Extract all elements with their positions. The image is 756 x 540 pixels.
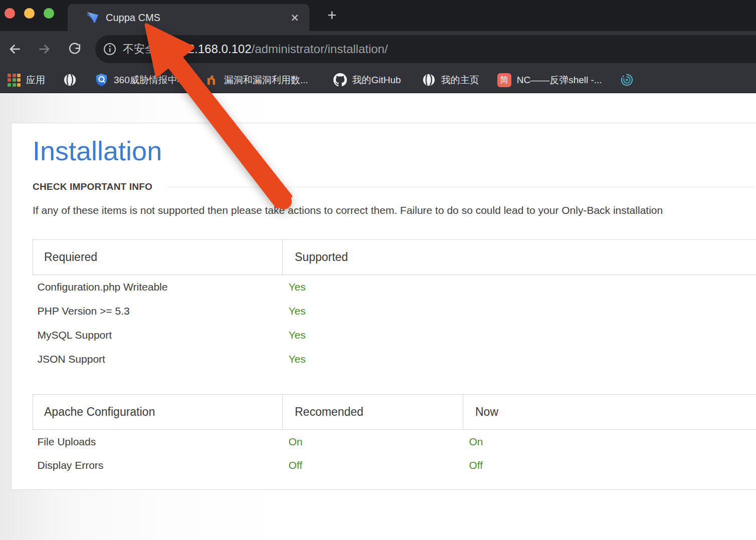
- config-now-value: Off: [463, 453, 756, 477]
- browser-toolbar: 不安全 192.168.0.102/administrator/installa…: [0, 31, 756, 67]
- config-now-value: On: [463, 429, 756, 453]
- config-recommended-value: On: [283, 429, 463, 453]
- bookmark-label: 我的GitHub: [352, 74, 401, 87]
- url-separator: [164, 42, 165, 57]
- installation-card: Installation CHECK IMPORTANT INFO If any…: [11, 123, 756, 490]
- reload-icon[interactable]: [66, 41, 83, 58]
- bookmark-label: 360威胁情报中心: [114, 74, 187, 87]
- bookmarks-bar: 应用 360威胁情报中心 漏洞和漏洞利用数... 我的GitHub: [0, 67, 756, 93]
- apps-grid-icon: [8, 74, 21, 87]
- bookmark-label: 应用: [26, 74, 45, 87]
- page-viewport: Installation CHECK IMPORTANT INFO If any…: [0, 94, 756, 540]
- tab-close-icon[interactable]: ✕: [288, 11, 301, 24]
- column-header-requiered: Requiered: [33, 240, 283, 275]
- url-text[interactable]: 192.168.0.102/administrator/installation…: [174, 42, 388, 56]
- github-icon: [333, 73, 347, 87]
- bookmark-nc-shell[interactable]: 简 NC——反弹shell -...: [497, 73, 602, 87]
- swirl-icon: [620, 73, 634, 87]
- table-row: PHP Version >= 5.3 Yes: [33, 299, 756, 323]
- table-row: Display Errors Off Off: [33, 453, 756, 477]
- intro-text: If any of these items is not supported t…: [33, 204, 756, 216]
- page-title: Installation: [33, 136, 756, 165]
- url-path: /administrator/installation/: [251, 42, 388, 56]
- table-row: Configuration.php Writeable Yes: [33, 275, 756, 299]
- window-controls: [5, 8, 54, 19]
- requirement-label: JSON Support: [33, 347, 283, 371]
- section-header: CHECK IMPORTANT INFO: [33, 181, 754, 192]
- bookmark-homepage[interactable]: 我的主页: [422, 73, 479, 87]
- security-status-label[interactable]: 不安全: [123, 42, 156, 57]
- back-icon[interactable]: [6, 41, 23, 58]
- info-icon[interactable]: [103, 43, 116, 56]
- requirement-value: Yes: [283, 275, 756, 299]
- section-title: CHECK IMPORTANT INFO: [33, 181, 152, 192]
- window-close-button[interactable]: [5, 8, 15, 19]
- requirement-value: Yes: [283, 299, 756, 323]
- table-header-row: Requiered Supported: [33, 240, 756, 275]
- table-header-row: Apache Configuration Recomended Now: [33, 394, 756, 429]
- column-header-recomended: Recomended: [283, 394, 463, 429]
- requirement-value: Yes: [283, 347, 756, 371]
- bookmark-swirl[interactable]: [620, 73, 634, 87]
- jianshu-icon: 简: [497, 73, 511, 87]
- url-host: 192.168.0.102: [174, 42, 251, 56]
- window-zoom-button[interactable]: [44, 8, 54, 19]
- section-divider: [167, 187, 754, 187]
- globe-icon: [63, 73, 77, 87]
- bookmark-label: 我的主页: [441, 74, 479, 87]
- bookmark-globe[interactable]: [63, 73, 77, 87]
- requirement-label: Configuration.php Writeable: [33, 275, 283, 299]
- column-header-supported: Supported: [283, 240, 756, 275]
- shield-icon: [95, 73, 108, 87]
- requirements-table: Requiered Supported Configuration.php Wr…: [33, 239, 756, 371]
- cuppa-cms-favicon: [86, 11, 99, 25]
- table-row: JSON Support Yes: [33, 347, 756, 371]
- bookmark-vulndb[interactable]: 漏洞和漏洞利用数...: [205, 73, 308, 87]
- bookmark-360-threat-intel[interactable]: 360威胁情报中心: [95, 73, 187, 87]
- vulndb-icon: [205, 73, 219, 87]
- bookmark-github[interactable]: 我的GitHub: [333, 73, 401, 87]
- config-label: Display Errors: [33, 453, 283, 477]
- config-recommended-value: Off: [283, 453, 463, 477]
- requirement-label: PHP Version >= 5.3: [33, 299, 283, 323]
- forward-icon[interactable]: [36, 41, 53, 58]
- requirement-label: MySQL Support: [33, 323, 283, 347]
- bookmark-label: NC——反弹shell -...: [517, 74, 602, 87]
- address-bar[interactable]: 不安全 192.168.0.102/administrator/installa…: [95, 35, 756, 63]
- tab-title: Cuppa CMS: [106, 12, 160, 24]
- column-header-apache-configuration: Apache Configuration: [33, 394, 283, 429]
- tab-strip: Cuppa CMS ✕ +: [0, 0, 756, 31]
- browser-tab-cuppa-cms[interactable]: Cuppa CMS ✕: [68, 4, 309, 31]
- bookmark-apps[interactable]: 应用: [8, 74, 45, 87]
- globe-icon: [422, 73, 436, 87]
- column-header-now: Now: [463, 394, 756, 429]
- bookmark-label: 漏洞和漏洞利用数...: [224, 74, 308, 87]
- new-tab-button[interactable]: +: [323, 7, 340, 24]
- table-row: File Uploads On On: [33, 429, 756, 453]
- apache-config-table: Apache Configuration Recomended Now File…: [33, 394, 756, 478]
- requirement-value: Yes: [283, 323, 756, 347]
- window-minimize-button[interactable]: [24, 8, 35, 19]
- config-label: File Uploads: [33, 429, 283, 453]
- table-row: MySQL Support Yes: [33, 323, 756, 347]
